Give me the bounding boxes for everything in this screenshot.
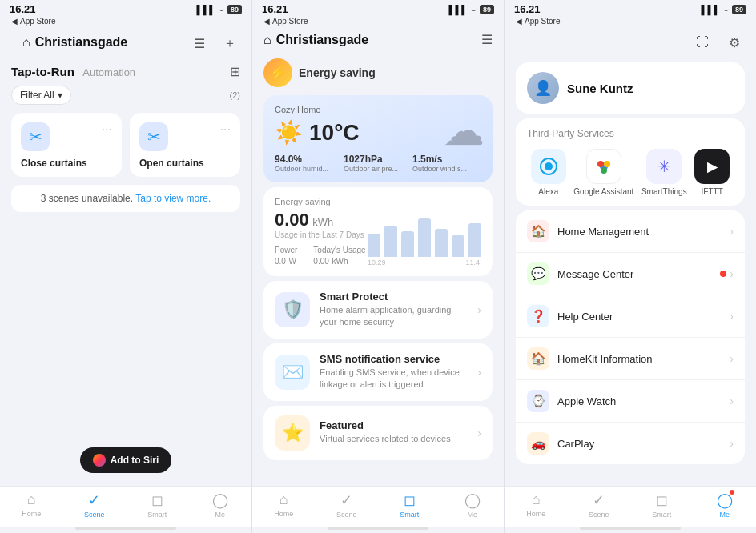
service-featured[interactable]: ⭐ Featured Virtual services related to d… xyxy=(263,406,493,460)
pressure-stat: 1027hPa Outdoor air pre... xyxy=(344,154,412,173)
tab-smart-2[interactable]: ◻ Smart xyxy=(378,491,441,519)
msg-center-right: › xyxy=(720,267,734,280)
scene-dots-1[interactable]: ··· xyxy=(220,122,231,137)
tab-me-1[interactable]: ◯ Me xyxy=(189,491,252,519)
time-2: 16.21 xyxy=(262,3,288,15)
scene-card-close-curtains[interactable]: ✂ ··· Close curtains xyxy=(11,113,122,177)
tp-ifttt[interactable]: ▶ IFTTT xyxy=(694,149,730,196)
scene-dots-0[interactable]: ··· xyxy=(102,122,112,137)
signal-icon-3: ▌▌▌ xyxy=(702,5,720,14)
tab-label-home-1: Home xyxy=(22,510,41,518)
tab-bar-1: ⌂ Home ✓ Scene ◻ Smart ◯ Me xyxy=(0,486,251,527)
menu-message-center[interactable]: 💬 Message Center › xyxy=(516,253,745,295)
menu-carplay[interactable]: 🚗 CarPlay › xyxy=(516,423,745,464)
menu-home-management[interactable]: 🏠 Home Management › xyxy=(516,210,745,253)
wind-stat: 1.5m/s Outdoor wind s... xyxy=(412,154,481,173)
add-icon-1[interactable]: ＋ xyxy=(219,33,240,54)
avatar: 👤 xyxy=(527,72,559,104)
menu-apple-watch[interactable]: ⌚ Apple Watch › xyxy=(516,380,745,423)
menu-help-center[interactable]: ❓ Help Center › xyxy=(516,295,745,338)
nav-icons-1: ☰ ＋ xyxy=(189,33,240,54)
tab-scene-3[interactable]: ✓ Scene xyxy=(568,491,631,519)
service-sms[interactable]: ✉️ SMS notification service Enabling SMS… xyxy=(263,343,493,401)
humidity-stat: 94.0% Outdoor humid... xyxy=(275,154,344,173)
home-indicator-3 xyxy=(580,527,681,530)
back-link-2[interactable]: ◀ App Store xyxy=(252,17,504,29)
tab-scene-2[interactable]: ✓ Scene xyxy=(316,491,379,519)
tab-home-3[interactable]: ⌂ Home xyxy=(505,491,568,519)
scene-card-header-0: ✂ ··· xyxy=(21,122,112,151)
home-mgmt-chevron: › xyxy=(730,225,734,238)
unavailable-text: 3 scenes unavailable. xyxy=(41,193,133,204)
tab-icon-me-2: ◯ xyxy=(464,492,481,508)
service-smart-protect[interactable]: 🛡️ Smart Protect Home alarm application,… xyxy=(263,281,493,339)
menu-homekit[interactable]: 🏠 HomeKit Information › xyxy=(516,338,745,380)
tab-home-1[interactable]: ⌂ Home xyxy=(0,491,63,519)
panel-smart: 16.21 ▌▌▌ ⌣ 89 ◀ App Store ⌂ Christiansg… xyxy=(251,0,504,533)
tp-alexa[interactable]: Alexa xyxy=(531,149,566,196)
tab-scene-1[interactable]: ✓ Scene xyxy=(63,491,127,519)
carplay-chevron: › xyxy=(730,437,734,450)
humidity-label: Outdoor humid... xyxy=(275,165,344,173)
energy-stats-row: Power 0.0 W Today's Usage 0.00 kW xyxy=(275,246,366,266)
tab-label-me-3: Me xyxy=(719,511,730,519)
filter-count: (2) xyxy=(230,90,240,100)
tab-smart-3[interactable]: ◻ Smart xyxy=(630,491,694,519)
time-3: 16.21 xyxy=(514,3,541,15)
tp-smartthings[interactable]: ✳ SmartThings xyxy=(641,149,687,196)
tab-label-scene-3: Scene xyxy=(589,511,609,519)
signal-icon-2: ▌▌▌ xyxy=(449,5,468,14)
add-to-siri-button[interactable]: Add to Siri xyxy=(80,447,172,473)
spacer-1 xyxy=(0,215,251,441)
filter-label: Filter All xyxy=(20,90,54,101)
homekit-label: HomeKit Information xyxy=(557,353,722,365)
nav-icon-2[interactable]: ☰ xyxy=(481,32,493,47)
scene-card-open-curtains[interactable]: ✂ ··· Open curtains xyxy=(130,113,240,177)
axis-left: 10.29 xyxy=(368,258,386,266)
third-party-grid: Alexa Google Assistant ✳ S xyxy=(527,149,734,196)
tab-label-home-3: Home xyxy=(526,510,545,518)
tab-icon-home-3: ⌂ xyxy=(532,491,541,507)
energy-days: Usage in the Last 7 Days xyxy=(275,230,366,239)
tab-icon-scene-1: ✓ xyxy=(88,492,100,508)
back-link-1[interactable]: ◀ App Store xyxy=(0,17,251,29)
profile-section[interactable]: 👤 Sune Kuntz xyxy=(516,62,745,114)
third-party-title: Third-Party Services xyxy=(527,128,734,139)
p2-scroll[interactable]: ⚡ Energy saving Cozy Home ☀️ 10°C 94.0% … xyxy=(252,52,504,486)
energy-header: ⚡ Energy saving xyxy=(252,52,504,90)
back-link-3[interactable]: ◀ App Store xyxy=(505,17,756,29)
tab-icon-me-3: ◯ xyxy=(717,492,733,508)
tab-smart-1[interactable]: ◻ Smart xyxy=(126,491,189,519)
tab-bar-3: ⌂ Home ✓ Scene ◻ Smart ◯ Me xyxy=(505,486,756,527)
tab-me-2[interactable]: ◯ Me xyxy=(441,491,505,519)
tab-bar-2: ⌂ Home ✓ Scene ◻ Smart ◯ Me xyxy=(252,486,504,527)
panel-me: 16.21 ▌▌▌ ⌣ 89 ◀ App Store ⛶ ⚙ 👤 Sune Ku… xyxy=(504,0,756,533)
p3-scroll[interactable]: 👤 Sune Kuntz Third-Party Services Alexa xyxy=(505,58,756,486)
today-val: 0.00 kWh xyxy=(313,254,365,266)
energy-kwh-unit: kWh xyxy=(312,216,333,228)
menu-list: 🏠 Home Management › 💬 Message Center › ❓… xyxy=(516,210,745,464)
smartthings-label: SmartThings xyxy=(641,187,687,196)
home-nav-icon-1: ⌂ xyxy=(22,35,30,50)
today-stat: Today's Usage 0.00 kWh xyxy=(313,246,365,266)
scene-name-0: Close curtains xyxy=(21,158,112,169)
expand-icon-3[interactable]: ⛶ xyxy=(692,32,713,53)
weather-card: Cozy Home ☀️ 10°C 94.0% Outdoor humid...… xyxy=(263,95,493,182)
sms-desc: Enabling SMS service, when device linkag… xyxy=(320,367,468,391)
settings-icon-3[interactable]: ⚙ xyxy=(724,32,745,53)
tap-view-more-link[interactable]: Tap to view more. xyxy=(135,193,211,204)
menu-icon-1[interactable]: ☰ xyxy=(189,33,210,54)
bar-chart xyxy=(368,217,481,257)
back-text-1: App Store xyxy=(20,17,55,26)
tab-icon-scene-2: ✓ xyxy=(340,492,352,508)
tab-label-smart-3: Smart xyxy=(652,511,671,519)
tab-home-2[interactable]: ⌂ Home xyxy=(252,491,316,519)
filter-button[interactable]: Filter All ▾ xyxy=(11,86,71,105)
help-label: Help Center xyxy=(557,311,722,323)
svg-point-4 xyxy=(604,161,610,167)
signal-icon: ▌▌▌ xyxy=(197,5,215,14)
ifttt-label: IFTTT xyxy=(702,187,723,196)
tab-me-3[interactable]: ◯ Me xyxy=(694,491,757,519)
tp-google[interactable]: Google Assistant xyxy=(573,149,633,196)
list-view-icon[interactable]: ⊞ xyxy=(230,64,240,79)
